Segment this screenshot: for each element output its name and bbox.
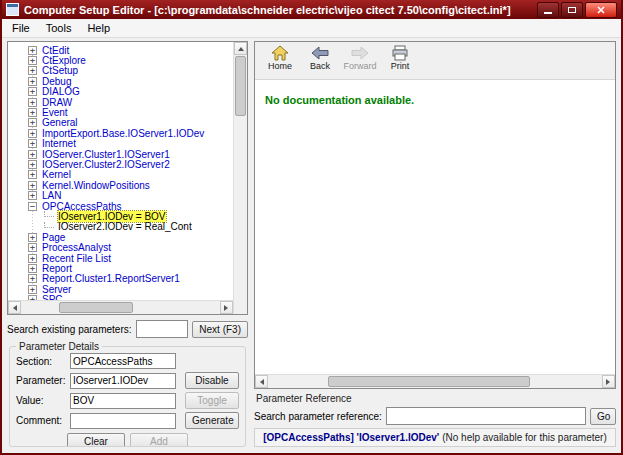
expand-icon[interactable]: + xyxy=(28,150,37,159)
tree-item[interactable]: +General xyxy=(8,118,233,128)
expand-icon[interactable]: + xyxy=(28,98,37,107)
tree-item-label[interactable]: IOServer.Cluster2.IOServer2 xyxy=(42,159,170,170)
tree-item-label[interactable]: DIALOG xyxy=(42,86,80,97)
tree-item[interactable]: +CtSetup xyxy=(8,66,233,76)
expand-icon[interactable]: + xyxy=(28,87,37,96)
expand-icon[interactable]: + xyxy=(28,139,37,148)
value-field[interactable] xyxy=(70,393,176,409)
home-button[interactable]: Home xyxy=(263,45,297,71)
tree-item[interactable]: +LAN xyxy=(8,190,233,200)
scroll-left-icon[interactable] xyxy=(8,301,21,314)
tree-item[interactable]: +Kernel.WindowPositions xyxy=(8,180,233,190)
tree-item-label[interactable]: IOServer.Cluster1.IOServer1 xyxy=(42,149,170,160)
tree-item-label[interactable]: Event xyxy=(42,107,68,118)
expand-icon[interactable]: + xyxy=(28,129,37,138)
parameter-field[interactable] xyxy=(70,373,176,389)
tree-item-label[interactable]: ImportExport.Base.IOServer1.IODev xyxy=(42,128,204,139)
tree-item-label[interactable]: OPCAccessPaths xyxy=(42,201,121,212)
tree-vertical-scrollbar[interactable] xyxy=(233,42,247,314)
tree-item-label[interactable]: Debug xyxy=(42,76,71,87)
tree-item-label[interactable]: Report xyxy=(42,263,72,274)
expand-icon[interactable]: + xyxy=(28,254,37,263)
expand-icon[interactable]: + xyxy=(28,191,37,200)
scroll-left-icon[interactable] xyxy=(255,375,268,388)
tree-item-label[interactable]: Server xyxy=(42,284,71,295)
expand-icon[interactable]: + xyxy=(28,264,37,273)
collapse-icon[interactable]: − xyxy=(28,202,37,211)
menu-file[interactable]: File xyxy=(4,20,38,36)
search-existing-parameters-input[interactable] xyxy=(136,320,189,338)
expand-icon[interactable]: + xyxy=(28,285,37,294)
tree-item[interactable]: +Report.Cluster1.ReportServer1 xyxy=(8,274,233,284)
scrollbar-thumb[interactable] xyxy=(235,56,246,116)
tree-item[interactable]: +ImportExport.Base.IOServer1.IODev xyxy=(8,128,233,138)
close-button[interactable] xyxy=(585,2,617,18)
tree-item[interactable]: +Page xyxy=(8,232,233,242)
help-horizontal-scrollbar[interactable] xyxy=(255,374,615,388)
print-button[interactable]: Print xyxy=(383,45,417,71)
tree-item[interactable]: +CtEdit xyxy=(8,45,233,55)
tree-item[interactable]: +CtExplore xyxy=(8,55,233,65)
section-field[interactable] xyxy=(70,353,176,369)
menu-tools[interactable]: Tools xyxy=(38,20,80,36)
tree-item[interactable]: +Server xyxy=(8,284,233,294)
clear-button[interactable]: Clear xyxy=(67,433,125,447)
expand-icon[interactable]: + xyxy=(28,108,37,117)
tree-item-label[interactable]: DRAW xyxy=(42,97,72,108)
tree-item[interactable]: +IOServer.Cluster2.IOServer2 xyxy=(8,159,233,169)
tree-item-label[interactable]: Kernel.WindowPositions xyxy=(42,180,150,191)
toggle-button[interactable]: Toggle xyxy=(185,392,239,409)
tree-item-label[interactable]: Kernel xyxy=(42,169,71,180)
next-f3-button[interactable]: Next (F3) xyxy=(192,321,248,338)
tree-item[interactable]: +Internet xyxy=(8,139,233,149)
tree-child-item[interactable]: IOserver1.IODev = BOV xyxy=(8,211,233,221)
tree-item-label[interactable]: IOserver2.IODev = Real_Cont xyxy=(58,221,192,232)
scrollbar-thumb[interactable] xyxy=(328,376,530,387)
tree-item[interactable]: +DRAW xyxy=(8,97,233,107)
scroll-right-icon[interactable] xyxy=(602,375,615,388)
menu-help[interactable]: Help xyxy=(79,20,118,36)
scrollbar-thumb[interactable] xyxy=(59,302,133,313)
scroll-up-icon[interactable] xyxy=(234,42,247,55)
go-button[interactable]: Go xyxy=(590,408,616,425)
expand-icon[interactable]: + xyxy=(28,181,37,190)
tree-item[interactable]: +Debug xyxy=(8,76,233,86)
tree-item-label[interactable]: Page xyxy=(42,232,65,243)
scroll-right-icon[interactable] xyxy=(220,301,233,314)
expand-icon[interactable]: + xyxy=(28,170,37,179)
expand-icon[interactable]: + xyxy=(28,160,37,169)
expand-icon[interactable]: + xyxy=(28,118,37,127)
tree-item[interactable]: +DIALOG xyxy=(8,87,233,97)
tree-item[interactable]: +ProcessAnalyst xyxy=(8,242,233,252)
tree-horizontal-scrollbar[interactable] xyxy=(8,300,233,314)
expand-icon[interactable]: + xyxy=(28,46,37,55)
maximize-button[interactable] xyxy=(561,2,583,18)
generate-button[interactable]: Generate xyxy=(185,412,239,429)
forward-button[interactable]: Forward xyxy=(343,45,377,71)
tree-item-label[interactable]: Internet xyxy=(42,138,76,149)
expand-icon[interactable]: + xyxy=(28,274,37,283)
expand-icon[interactable]: + xyxy=(28,233,37,242)
parameter-reference-search-input[interactable] xyxy=(386,407,586,425)
tree-item-label[interactable]: Report.Cluster1.ReportServer1 xyxy=(42,273,180,284)
expand-icon[interactable]: + xyxy=(28,243,37,252)
tree-item-label[interactable]: Recent File List xyxy=(42,253,111,264)
expand-icon[interactable]: + xyxy=(28,56,37,65)
tree-item-label[interactable]: CtExplore xyxy=(42,55,86,66)
expand-icon[interactable]: + xyxy=(28,66,37,75)
add-button[interactable]: Add xyxy=(130,433,188,447)
tree-child-item[interactable]: IOserver2.IODev = Real_Cont xyxy=(8,222,233,232)
tree-item-label[interactable]: CtSetup xyxy=(42,65,78,76)
tree-item[interactable]: +IOServer.Cluster1.IOServer1 xyxy=(8,149,233,159)
tree-item[interactable]: −OPCAccessPaths xyxy=(8,201,233,211)
tree-item[interactable]: +Report xyxy=(8,263,233,273)
tree-item-label[interactable]: ProcessAnalyst xyxy=(42,242,111,253)
tree-item-label[interactable]: General xyxy=(42,117,78,128)
comment-field[interactable] xyxy=(70,413,176,429)
tree-item-label[interactable]: LAN xyxy=(42,190,61,201)
expand-icon[interactable]: + xyxy=(28,77,37,86)
tree-item[interactable]: +Kernel xyxy=(8,170,233,180)
tree-item-label[interactable]: IOserver1.IODev = BOV xyxy=(58,211,166,222)
back-button[interactable]: Back xyxy=(303,45,337,71)
tree-item[interactable]: +Event xyxy=(8,107,233,117)
